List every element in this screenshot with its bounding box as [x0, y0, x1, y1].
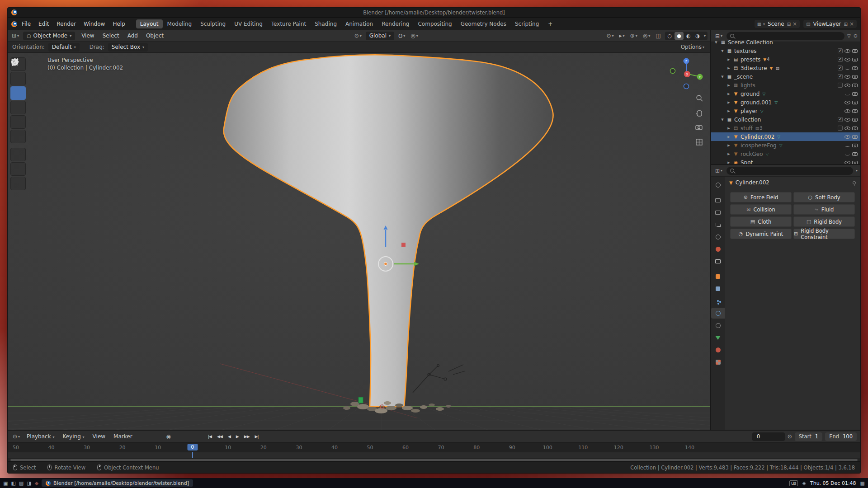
camera-view-icon[interactable] — [696, 126, 702, 130]
timeline-menu-view[interactable]: View — [89, 432, 109, 441]
transform-pivot-button[interactable]: ⊙▾ — [353, 32, 363, 40]
hide-in-viewport-eye-icon[interactable] — [844, 135, 850, 139]
outliner-item-ground-001[interactable]: ▶▼ground.001▽ — [711, 98, 860, 107]
exclude-checkbox[interactable]: ✓ — [838, 117, 843, 122]
workspace-tab-compositing[interactable]: Compositing — [414, 19, 456, 28]
add-cube-tool[interactable] — [10, 177, 26, 190]
exclude-checkbox[interactable]: ✓ — [838, 48, 843, 53]
expand-arrow-icon[interactable]: ▶ — [726, 127, 731, 130]
taskbar-clock[interactable]: Thu, 05 Dec 01:48 — [810, 480, 856, 486]
add-workspace-button[interactable]: + — [544, 19, 557, 28]
timeline-editor-type-button[interactable]: ⊙▾ — [11, 432, 21, 441]
workspace-tab-layout[interactable]: Layout — [136, 19, 163, 28]
collision-button[interactable]: ⊡Collision — [730, 204, 792, 215]
orientation-dropdown[interactable]: Default▾ — [48, 43, 80, 52]
next-keyframe-button[interactable]: ▶▶ — [242, 433, 252, 440]
viewport-menu-select[interactable]: Select — [99, 31, 123, 40]
properties-tab-scene[interactable] — [711, 231, 725, 242]
notifications-icon[interactable]: ▦ — [860, 480, 865, 486]
disable-in-render-camera-icon[interactable] — [852, 127, 858, 130]
workspace-tab-texture-paint[interactable]: Texture Paint — [267, 19, 310, 28]
drag-dropdown[interactable]: Select Box▾ — [108, 43, 148, 52]
outliner-item-scene-collection[interactable]: ▼▦Scene Collection — [711, 38, 860, 47]
disable-in-render-camera-icon[interactable] — [852, 92, 858, 96]
hide-in-viewport-eye-icon[interactable] — [844, 101, 850, 104]
show-desktop-icon[interactable]: ◆ — [35, 480, 38, 486]
properties-tab-object-data[interactable] — [711, 332, 725, 343]
armature-wireframe[interactable] — [413, 365, 465, 393]
disable-in-render-camera-icon[interactable] — [852, 144, 858, 147]
mode-dropdown[interactable]: ▢ Object Mode▾ — [23, 32, 75, 40]
soft-body-button[interactable]: ○Soft Body — [793, 192, 855, 202]
properties-tab-render[interactable] — [711, 195, 725, 206]
annotate-tool[interactable] — [10, 148, 26, 161]
selectability-dropdown-button[interactable]: ▸▾ — [618, 32, 626, 40]
hide-in-viewport-eye-icon[interactable] — [844, 67, 850, 70]
transform-orientation-dropdown[interactable]: Global▾ — [366, 32, 394, 40]
shading-wireframe-button[interactable]: ○ — [665, 32, 675, 40]
properties-tab-tool[interactable] — [711, 179, 725, 190]
properties-tab-texture[interactable] — [711, 357, 725, 367]
disable-in-render-camera-icon[interactable] — [852, 152, 858, 156]
blender-menu-icon[interactable] — [11, 21, 17, 27]
orthographic-toggle-icon[interactable] — [696, 139, 702, 145]
pan-hand-icon[interactable] — [697, 111, 702, 116]
exclude-checkbox[interactable] — [838, 83, 843, 88]
launcher-icon-4[interactable]: ◨ — [27, 480, 31, 486]
transform-tool[interactable] — [10, 130, 26, 143]
measure-tool[interactable] — [10, 162, 26, 176]
outliner-item-cylinder-002[interactable]: ▶▼Cylinder.002▽ — [711, 132, 860, 141]
gizmo-y-arrow[interactable] — [414, 262, 419, 266]
launcher-icon-2[interactable]: ◧ — [11, 480, 15, 486]
properties-search-input[interactable] — [726, 167, 853, 175]
hide-in-viewport-eye-icon[interactable] — [844, 84, 850, 87]
workspace-tab-uv-editing[interactable]: UV Editing — [230, 19, 267, 28]
menu-window[interactable]: Window — [80, 19, 108, 28]
outliner-item-player[interactable]: ▶▼player▽ — [711, 107, 860, 115]
hide-in-viewport-eye-icon[interactable] — [844, 49, 850, 53]
outliner-item-rockgeo[interactable]: ▶▼rockGeo▽ — [711, 150, 860, 158]
chevron-down-icon[interactable]: ▾ — [856, 169, 858, 173]
navigation-gizmo[interactable]: X Z Y — [670, 58, 703, 89]
shading-material-button[interactable]: ◐ — [684, 32, 693, 40]
gizmo-plane-handle[interactable] — [401, 243, 406, 247]
properties-tab-view-layer[interactable] — [711, 219, 725, 230]
cloth-button[interactable]: ▤Cloth — [730, 216, 792, 227]
expand-arrow-icon[interactable]: ▶ — [726, 109, 731, 113]
disable-in-render-camera-icon[interactable] — [852, 109, 858, 113]
properties-tab-material[interactable] — [711, 344, 725, 355]
properties-tab-constraints[interactable] — [711, 320, 725, 331]
xray-toggle-button[interactable]: ◫ — [654, 32, 662, 40]
viewport-menu-add[interactable]: Add — [124, 31, 142, 40]
shading-rendered-button[interactable]: ◑ — [693, 32, 702, 40]
disable-in-render-camera-icon[interactable] — [852, 84, 858, 87]
exclude-checkbox[interactable]: ✓ — [838, 57, 843, 62]
disable-in-render-camera-icon[interactable] — [852, 135, 858, 139]
fluid-button[interactable]: ≈Fluid — [793, 204, 855, 215]
hide-in-viewport-eye-icon[interactable] — [844, 144, 850, 147]
expand-arrow-icon[interactable]: ▼ — [720, 75, 725, 79]
jump-to-end-button[interactable]: ▶| — [253, 433, 261, 440]
visibility-dropdown-button[interactable]: ⊙▾ — [605, 32, 615, 40]
hide-in-viewport-eye-icon[interactable] — [844, 161, 850, 164]
workspace-tab-rendering[interactable]: Rendering — [377, 19, 413, 28]
expand-arrow-icon[interactable]: ▶ — [726, 66, 731, 70]
workspace-tab-geometry-nodes[interactable]: Geometry Nodes — [457, 19, 510, 28]
dynamic-paint-button[interactable]: ◔Dynamic Paint — [730, 229, 792, 239]
axis-y-neg-ball[interactable] — [670, 69, 675, 74]
frame-start-field[interactable]: Start1 — [795, 432, 822, 441]
viewport-canvas[interactable]: X Z Y User Per — [8, 53, 710, 430]
rigid-body-button[interactable]: □Rigid Body — [793, 216, 855, 227]
new-viewlayer-icon[interactable]: ⊞ — [844, 22, 848, 27]
expand-arrow-icon[interactable]: ▶ — [726, 144, 731, 147]
timeline-menu-marker[interactable]: Marker — [110, 432, 136, 441]
expand-arrow-icon[interactable]: ▶ — [726, 84, 731, 87]
cursor-tool[interactable] — [10, 72, 26, 85]
snap-toggle-button[interactable]: Ω▾ — [397, 32, 406, 40]
expand-arrow-icon[interactable]: ▶ — [726, 58, 731, 61]
launcher-icon-3[interactable]: ▤ — [19, 480, 24, 486]
outliner-item-presets[interactable]: ▶▤presets▼4✓ — [711, 55, 860, 64]
show-gizmo-button[interactable]: ⊕▾ — [629, 32, 639, 40]
outliner-item--scene[interactable]: ▼▦_scene✓ — [711, 72, 860, 81]
disable-in-render-camera-icon[interactable] — [852, 101, 858, 104]
